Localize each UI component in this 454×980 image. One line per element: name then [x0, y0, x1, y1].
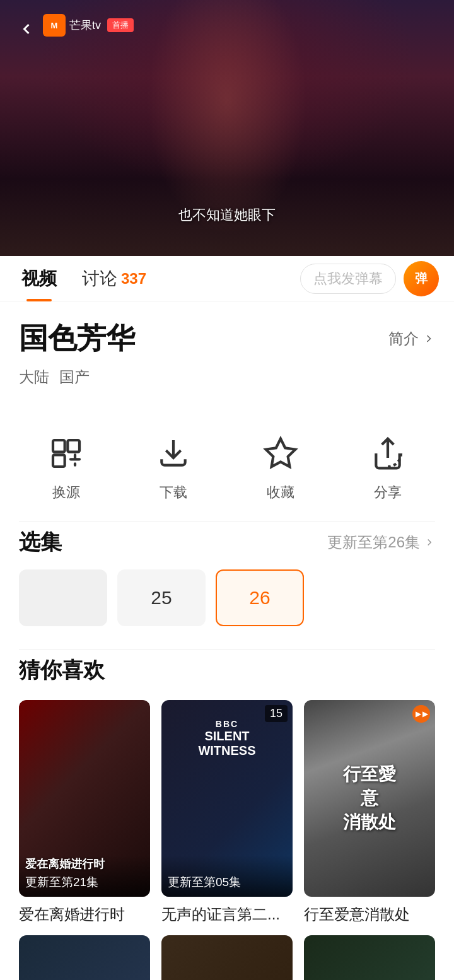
- switch-source-label: 换源: [52, 483, 80, 502]
- danmaku-button[interactable]: 弹: [404, 261, 439, 296]
- mgotv-logo-icon: M: [43, 14, 66, 37]
- mgotv-logo: M 芒果tv 首播: [43, 14, 134, 37]
- favorite-icon: [259, 431, 303, 475]
- episode-list: 25 26: [0, 569, 454, 649]
- favorite-button[interactable]: 收藏: [259, 431, 303, 502]
- episode-item-empty[interactable]: [19, 569, 107, 626]
- danmaku-input-area[interactable]: 点我发弹幕: [300, 264, 396, 294]
- rec-thumb-4: [19, 935, 150, 980]
- video-player[interactable]: M 芒果tv 首播 也不知道她眼下: [0, 0, 454, 256]
- recommendations-section: 猜你喜欢 更新至第21集 爱在离婚进行时 BBC SILENT WIT: [0, 650, 454, 980]
- download-icon: [151, 431, 195, 475]
- recommendations-grid: 更新至第21集 爱在离婚进行时 BBC SILENT WITNESS 更新至第0…: [19, 700, 435, 980]
- back-button[interactable]: [13, 15, 40, 43]
- show-tag-type: 国产: [59, 367, 90, 387]
- rec-thumb-6: [304, 935, 435, 980]
- episode-item-26[interactable]: 26: [216, 569, 304, 626]
- show-title: 国色芳华: [19, 319, 135, 358]
- mgotv-badge: 首播: [107, 18, 134, 32]
- danmaku-btn-label: 弹: [415, 270, 428, 287]
- danmaku-placeholder: 点我发弹幕: [313, 269, 383, 288]
- episode-more-button[interactable]: 更新至第26集: [327, 532, 435, 552]
- share-label: 分享: [374, 483, 402, 502]
- episode-section: 选集 更新至第26集 25 26: [0, 522, 454, 649]
- intro-button[interactable]: 简介: [388, 329, 435, 349]
- svg-rect-0: [53, 440, 65, 452]
- episode-item-25[interactable]: 25: [117, 569, 206, 626]
- recommendations-title: 猜你喜欢: [19, 656, 435, 685]
- switch-source-button[interactable]: 换源: [44, 431, 88, 502]
- switch-source-icon: [44, 431, 88, 475]
- share-icon: [366, 431, 410, 475]
- rec-thumb-1: 更新至第21集: [19, 700, 150, 897]
- svg-rect-2: [53, 455, 65, 467]
- rec-thumb-3: 行至愛意 消散处 ▶: [304, 700, 435, 897]
- rec-item-2[interactable]: BBC SILENT WITNESS 更新至第05集 15 无声的证言第二...: [161, 700, 293, 924]
- share-button[interactable]: 分享: [366, 431, 410, 502]
- discuss-count: 337: [121, 270, 146, 288]
- tab-discuss[interactable]: 讨论 337: [76, 256, 153, 301]
- show-tag-region: 大陆: [19, 367, 49, 387]
- episode-update-text: 更新至第26集: [327, 532, 420, 552]
- mgotv-logo-text: 芒果tv: [69, 18, 101, 33]
- rec-thumb-5: [161, 935, 293, 980]
- download-button[interactable]: 下载: [151, 431, 195, 502]
- show-tags: 大陆 国产: [19, 367, 435, 387]
- rec-name-1: 爱在离婚进行时: [19, 904, 150, 924]
- svg-marker-4: [266, 439, 296, 467]
- rec-item-1[interactable]: 更新至第21集 爱在离婚进行时: [19, 700, 150, 924]
- tab-video[interactable]: 视频: [15, 256, 63, 301]
- video-subtitle: 也不知道她眼下: [178, 206, 276, 225]
- rec-item-6[interactable]: [304, 935, 435, 980]
- show-info: 国色芳华 简介 大陆 国产: [0, 301, 454, 419]
- favorite-label: 收藏: [267, 483, 294, 502]
- rec-thumb-2: BBC SILENT WITNESS 更新至第05集 15: [161, 700, 293, 897]
- action-buttons: 换源 下载 收藏 分享: [0, 419, 454, 521]
- tabs-bar: 视频 讨论 337 点我发弹幕 弹: [0, 256, 454, 301]
- rec-name-2: 无声的证言第二...: [161, 904, 293, 924]
- episode-section-title: 选集: [19, 528, 62, 557]
- rec-item-4[interactable]: [19, 935, 150, 980]
- svg-rect-1: [67, 440, 79, 452]
- rec-name-3: 行至爱意消散处: [304, 904, 435, 924]
- rec-item-3[interactable]: 行至愛意 消散处 ▶ 行至爱意消散处: [304, 700, 435, 924]
- rec-item-5[interactable]: [161, 935, 293, 980]
- download-label: 下载: [160, 483, 187, 502]
